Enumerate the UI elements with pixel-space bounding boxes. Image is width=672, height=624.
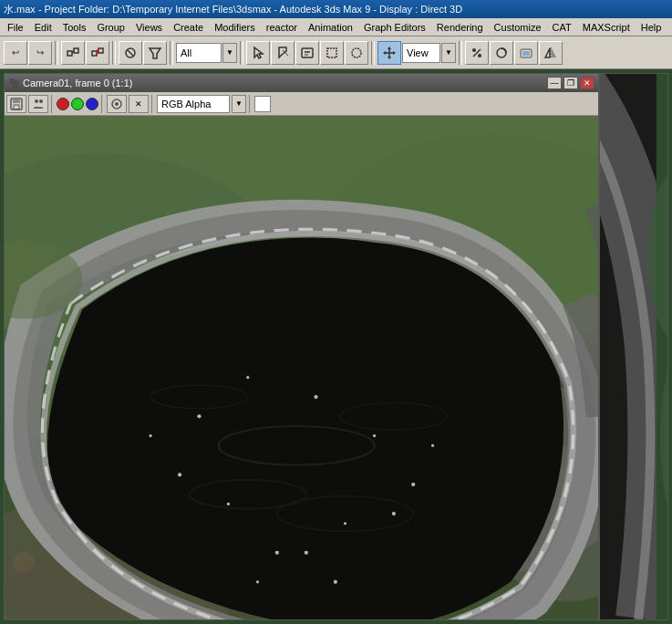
- svg-rect-85: [656, 74, 667, 619]
- select-link-button[interactable]: [61, 41, 85, 65]
- svg-point-77: [305, 551, 308, 555]
- select-by-name-button[interactable]: [295, 41, 319, 65]
- camera-toolbar: ✕ RGB Alpha ▼: [5, 92, 598, 116]
- main-area: 🎥 Camera01, frame 0 (1:1) — ❐ ✕: [0, 69, 672, 624]
- filter-dropdown-arrow[interactable]: ▼: [222, 43, 237, 63]
- menu-edit[interactable]: Edit: [29, 20, 57, 35]
- menu-animation[interactable]: Animation: [303, 20, 358, 35]
- camera-window: 🎥 Camera01, frame 0 (1:1) — ❐ ✕: [4, 73, 599, 620]
- menu-modifiers[interactable]: Modifiers: [209, 20, 261, 35]
- svg-point-80: [256, 580, 259, 583]
- svg-point-74: [227, 503, 230, 505]
- svg-point-70: [373, 434, 376, 437]
- svg-point-69: [314, 395, 317, 399]
- menu-rendering[interactable]: Rendering: [431, 20, 489, 35]
- menu-maxscript[interactable]: MAXScript: [577, 20, 636, 35]
- svg-point-33: [35, 99, 38, 103]
- svg-point-22: [478, 54, 481, 57]
- svg-marker-20: [393, 51, 396, 55]
- render-button[interactable]: [514, 41, 538, 65]
- toolbar-separator-4: [240, 41, 243, 65]
- camera-close-button[interactable]: ✕: [580, 77, 594, 89]
- svg-rect-26: [522, 51, 530, 56]
- cam-sep-2: [101, 95, 104, 113]
- menu-tools[interactable]: Tools: [57, 20, 92, 35]
- svg-point-71: [411, 483, 415, 486]
- menu-create[interactable]: Create: [168, 20, 209, 35]
- svg-line-7: [128, 50, 133, 56]
- render-viewport: [5, 116, 598, 619]
- camera-minimize-button[interactable]: —: [547, 77, 562, 89]
- camera-window-icon: 🎥: [8, 78, 19, 88]
- camera-window-title: Camera01, frame 0 (1:1): [23, 78, 132, 88]
- cam-sep-3: [151, 95, 154, 113]
- svg-rect-4: [98, 48, 103, 53]
- bind-space-warp-button[interactable]: [119, 41, 142, 65]
- svg-point-81: [334, 580, 337, 584]
- svg-point-72: [344, 522, 346, 525]
- camera-titlebar: 🎥 Camera01, frame 0 (1:1) — ❐ ✕: [5, 74, 598, 92]
- menu-group[interactable]: Group: [91, 20, 130, 35]
- toolbar-separator-5: [371, 41, 375, 65]
- camera-close-btn[interactable]: ✕: [129, 95, 149, 113]
- view-dropdown-arrow[interactable]: ▼: [441, 43, 456, 63]
- select-region-button[interactable]: [271, 41, 295, 65]
- menu-cat[interactable]: CAT: [547, 20, 577, 35]
- right-viewport-top: [599, 73, 668, 620]
- toolbar-separator-1: [55, 41, 58, 65]
- percent-snap-button[interactable]: [465, 41, 489, 65]
- camera-titlebar-buttons: — ❐ ✕: [547, 77, 594, 89]
- toolbar-separator-6: [459, 41, 462, 65]
- svg-marker-19: [383, 51, 386, 55]
- filter-dropdown[interactable]: All: [176, 43, 222, 63]
- menu-customize[interactable]: Customize: [489, 20, 547, 35]
- menu-views[interactable]: Views: [130, 20, 168, 35]
- rgb-alpha-dropdown[interactable]: RGB Alpha: [157, 95, 230, 113]
- blue-circle-btn[interactable]: [86, 98, 98, 110]
- redo-button[interactable]: ↪: [28, 41, 52, 65]
- camera-save-icon[interactable]: [6, 95, 26, 113]
- svg-point-67: [197, 414, 201, 418]
- red-circle-btn[interactable]: [57, 98, 69, 110]
- svg-rect-3: [92, 51, 97, 56]
- svg-point-73: [275, 551, 279, 555]
- svg-point-76: [149, 434, 151, 437]
- menu-graph-editors[interactable]: Graph Editors: [358, 20, 431, 35]
- spinner-button[interactable]: [490, 41, 513, 65]
- camera-people-icon[interactable]: [28, 95, 48, 113]
- svg-marker-18: [388, 57, 391, 59]
- svg-point-75: [178, 473, 181, 476]
- menu-reactor[interactable]: reactor: [261, 20, 303, 35]
- menu-file[interactable]: File: [2, 20, 29, 35]
- svg-point-21: [472, 48, 476, 52]
- select-move-button[interactable]: [377, 41, 401, 65]
- mirror-button[interactable]: [539, 41, 563, 65]
- svg-point-78: [431, 444, 434, 447]
- selection-filter-button[interactable]: [143, 41, 167, 65]
- cam-sep-4: [249, 95, 252, 113]
- rgb-alpha-dropdown-arrow[interactable]: ▼: [232, 95, 246, 113]
- undo-button[interactable]: ↩: [4, 41, 27, 65]
- svg-rect-13: [327, 48, 336, 57]
- lasso-select-button[interactable]: [345, 41, 368, 65]
- green-circle-btn[interactable]: [71, 98, 84, 110]
- toolbar-separator-2: [112, 41, 116, 65]
- rect-select-button[interactable]: [320, 41, 344, 65]
- color-swatch[interactable]: [254, 96, 271, 112]
- right-panel: [599, 73, 668, 620]
- svg-marker-27: [545, 48, 550, 57]
- menu-bar: File Edit Tools Group Views Create Modif…: [0, 18, 672, 36]
- cam-sep-1: [51, 95, 54, 113]
- svg-point-79: [392, 512, 396, 515]
- unlink-button[interactable]: [86, 41, 109, 65]
- svg-point-36: [115, 102, 119, 106]
- title-bar: 水.max - Project Folder: D:\Temporary Int…: [0, 0, 672, 18]
- svg-marker-28: [552, 48, 556, 57]
- menu-help[interactable]: Help: [636, 20, 667, 35]
- view-dropdown[interactable]: View: [402, 43, 440, 63]
- camera-display-toggle[interactable]: [107, 95, 127, 113]
- select-object-button[interactable]: [246, 41, 270, 65]
- svg-rect-0: [67, 51, 72, 56]
- render-scene: [5, 116, 598, 619]
- camera-restore-button[interactable]: ❐: [563, 77, 578, 89]
